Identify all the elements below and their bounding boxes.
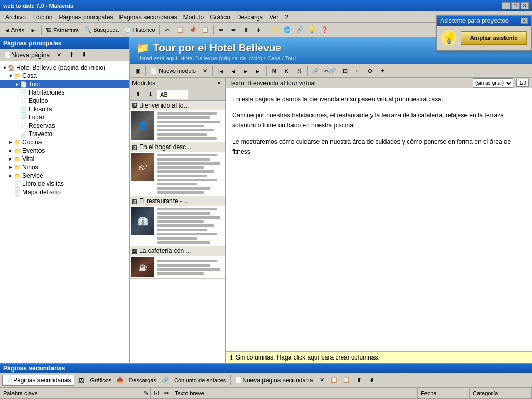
tree-item-libro[interactable]: 📄 Libro de visitas bbox=[0, 180, 129, 188]
bold-btn[interactable]: N bbox=[269, 65, 280, 77]
copy-button[interactable]: 📋 bbox=[175, 24, 186, 36]
menu-ver[interactable]: Ver bbox=[266, 12, 282, 22]
tree-item-trayecto[interactable]: 📄 Trayecto bbox=[0, 130, 129, 138]
assign-select[interactable]: (sin asignar) bbox=[473, 78, 513, 88]
sec-delete-btn[interactable]: ✕ bbox=[316, 375, 327, 386]
menu-archivo[interactable]: Archivo bbox=[2, 12, 29, 22]
special2-btn[interactable]: ⊕ bbox=[364, 65, 376, 77]
cut-button[interactable]: ✂ bbox=[162, 24, 174, 36]
menu-grafico[interactable]: Gráfico bbox=[207, 12, 233, 22]
tree-item-filosofia[interactable]: 📄 Filosofía bbox=[0, 105, 129, 113]
sec-graphics-tab[interactable]: Gráficos bbox=[88, 375, 113, 386]
close-asistente-btn[interactable]: ✕ bbox=[521, 18, 528, 24]
tree-item-vital[interactable]: ► 📁 Vital bbox=[0, 155, 129, 163]
maximize-button[interactable]: □ bbox=[511, 2, 520, 9]
tb-btn-7[interactable]: 🔗 bbox=[294, 24, 305, 36]
expand-eventos[interactable]: ► bbox=[8, 148, 14, 153]
module-item-2[interactable]: 🖼 En el hogar desc... 🍽 bbox=[130, 142, 225, 196]
sec-up-btn[interactable]: ⬆ bbox=[353, 375, 365, 386]
estructura-button[interactable]: 🏗 Estructura bbox=[44, 24, 81, 36]
expand-mapa[interactable] bbox=[8, 190, 14, 195]
expand-equipo[interactable] bbox=[15, 98, 20, 103]
forward-button[interactable]: ► bbox=[28, 24, 39, 36]
expand-ninos[interactable]: ► bbox=[8, 165, 14, 170]
tb-btn-4[interactable]: ⬇ bbox=[253, 24, 264, 36]
tree-item-casa[interactable]: ▼ 📁 Casa bbox=[0, 72, 129, 80]
sec-pages-tab[interactable]: 📄 Páginas secundarias bbox=[2, 375, 74, 386]
tb-btn-9[interactable]: ❓ bbox=[319, 24, 330, 36]
tree-item-cocina[interactable]: ► 📁 Cocina bbox=[0, 138, 129, 147]
tb-btn-3[interactable]: ⬆ bbox=[241, 24, 252, 36]
tree-item-ninos[interactable]: ► 📁 Niños bbox=[0, 163, 129, 171]
next-btn[interactable]: ► bbox=[240, 65, 251, 77]
ampliar-asistente-btn[interactable]: Ampliar asistente bbox=[461, 31, 527, 45]
minimize-button[interactable]: ─ bbox=[502, 2, 510, 9]
tree-item-service[interactable]: ► 📁 Service bbox=[0, 171, 129, 180]
busqueda-button[interactable]: 🔍 Búsqueda bbox=[82, 24, 121, 36]
tree-item-lugar[interactable]: 📄 Lugar bbox=[0, 113, 129, 122]
unlink-btn[interactable]: ✂🔗 bbox=[322, 65, 338, 77]
modules-search-field[interactable]: IAB bbox=[157, 90, 188, 99]
sec-down-btn[interactable]: ⬇ bbox=[366, 375, 377, 386]
expand-hotel[interactable]: ▼ bbox=[2, 65, 7, 70]
expand-reservas[interactable] bbox=[15, 123, 20, 128]
first-btn[interactable]: |◄ bbox=[215, 65, 227, 77]
expand-cocina[interactable]: ► bbox=[8, 140, 14, 145]
module-item-3[interactable]: 🖼 El restaurante - ... 👔 bbox=[130, 196, 225, 246]
special-btn[interactable]: ≈ bbox=[352, 65, 363, 77]
sec-graphics-btn[interactable]: 🖼 bbox=[75, 375, 87, 386]
tb-btn-5[interactable]: ⭐ bbox=[269, 24, 281, 36]
menu-paginas-secundarias[interactable]: Páginas secundarias bbox=[116, 12, 180, 22]
expand-service[interactable]: ► bbox=[8, 173, 14, 178]
expand-vital[interactable]: ► bbox=[8, 156, 14, 162]
tb-btn-8[interactable]: 💡 bbox=[307, 24, 318, 36]
tree-item-eventos[interactable]: ► 📁 Eventos bbox=[0, 147, 129, 155]
back-button[interactable]: ◄ Atrás bbox=[2, 24, 26, 36]
expand-habitaciones[interactable] bbox=[15, 90, 20, 95]
tree-item-hotel[interactable]: ▼ 🏠 Hotel Bellevue (página de inicio) bbox=[0, 63, 129, 72]
module-item-1[interactable]: 🖼 Bienvenido al to... 👤 bbox=[130, 101, 225, 142]
text-footer[interactable]: ℹ Sin columnas. Haga click aquí para cre… bbox=[226, 351, 532, 363]
last-btn[interactable]: ►| bbox=[252, 65, 264, 77]
sec-icon2-btn[interactable]: 📋 bbox=[341, 375, 352, 386]
tree-item-mapa[interactable]: 📄 Mapa del sitio bbox=[0, 188, 129, 196]
modules-up-btn[interactable]: ⬆ bbox=[132, 89, 143, 100]
new-module-button[interactable]: 📄 Nuevo módulo bbox=[148, 65, 198, 77]
underline-btn[interactable]: S bbox=[294, 65, 305, 77]
paste-button[interactable]: 📌 bbox=[187, 24, 198, 36]
historico-button[interactable]: 🕐 Histórico bbox=[122, 24, 157, 36]
menu-help[interactable]: ? bbox=[282, 12, 291, 22]
menu-descarga[interactable]: Descarga bbox=[233, 12, 266, 22]
italic-btn[interactable]: K bbox=[281, 65, 292, 77]
close-button[interactable]: ✕ bbox=[521, 2, 529, 9]
menu-edicion[interactable]: Edición bbox=[29, 12, 56, 22]
text-content[interactable]: En esta página le damos la bienvenida en… bbox=[226, 88, 532, 351]
module-item-4[interactable]: 🖼 La cafetería con ... ☕ bbox=[130, 246, 225, 279]
sec-links-tab[interactable]: Conjunto de enlaces bbox=[172, 375, 228, 386]
prev-btn[interactable]: ◄ bbox=[228, 65, 239, 77]
sec-new-btn[interactable]: 📄 Nueva página secundaria bbox=[233, 375, 315, 386]
delete-page-button[interactable]: ✕ bbox=[53, 49, 64, 61]
menu-paginas-principales[interactable]: Páginas principales bbox=[56, 12, 116, 22]
sec-downloads-tab[interactable]: Descargas bbox=[127, 375, 158, 386]
tb-btn-6[interactable]: 🌐 bbox=[282, 24, 293, 36]
sec-icon1-btn[interactable]: 📋 bbox=[328, 375, 340, 386]
table-btn[interactable]: ⊞ bbox=[339, 65, 351, 77]
sec-dl-btn[interactable]: 📥 bbox=[114, 375, 126, 386]
menu-modulo[interactable]: Módulo bbox=[180, 12, 207, 22]
sec-links-btn[interactable]: 🔗 bbox=[159, 375, 171, 386]
content-view-btn[interactable]: ▣ bbox=[132, 65, 143, 77]
tree-item-tour[interactable]: ► 📄 Tour bbox=[0, 80, 129, 88]
paste2-button[interactable]: 📋 bbox=[200, 24, 211, 36]
tree-item-equipo[interactable]: 📄 Equipo bbox=[0, 97, 129, 105]
tree-item-reservas[interactable]: 📄 Reservas bbox=[0, 122, 129, 130]
move-down-left[interactable]: ⬇ bbox=[78, 49, 89, 61]
expand-tour[interactable]: ► bbox=[15, 82, 20, 87]
modules-down-btn[interactable]: ⬇ bbox=[144, 89, 156, 100]
move-up-left[interactable]: ⬆ bbox=[65, 49, 77, 61]
expand-casa[interactable]: ▼ bbox=[8, 73, 14, 78]
expand-lugar[interactable] bbox=[15, 115, 20, 120]
new-page-button[interactable]: 📄 Nueva página bbox=[2, 49, 52, 61]
close-modules-btn[interactable]: ✕ bbox=[215, 79, 223, 87]
delete-module-button[interactable]: ✕ bbox=[199, 65, 210, 77]
